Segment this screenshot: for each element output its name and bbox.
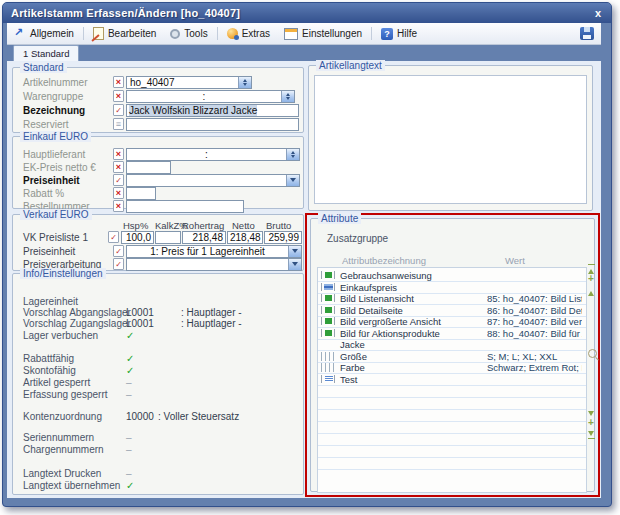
rabatt-input[interactable]	[126, 187, 156, 200]
attribute-row[interactable]: Test	[318, 374, 586, 386]
move-to-bottom-icon[interactable]	[587, 430, 596, 439]
vk-preiseinheit-label: Preiseinheit	[23, 246, 75, 257]
attribute-row[interactable]: Gebrauchsanweisung	[318, 270, 586, 282]
menu-hilfe[interactable]: Hilfe	[374, 23, 424, 44]
attribute-name: Bild Listenansicht	[340, 293, 414, 304]
abgangslager-label: Vorschlag Abgangslager	[23, 307, 131, 318]
bestellnummer-input[interactable]	[126, 200, 244, 213]
attribute-row[interactable]: Bild vergrößerte Ansicht 87: ho_40407: B…	[318, 316, 586, 328]
lagereinheit-label: Lagereinheit	[23, 296, 78, 307]
attachment-icon	[321, 271, 335, 279]
attribute-row[interactable]: Bild Listenansicht 85: ho_40407: Bild Li…	[318, 293, 586, 305]
artikelnummer-combo[interactable]: ho_40407	[126, 76, 252, 89]
erfassung-gesperrt-label: Erfassung gesperrt	[23, 389, 108, 400]
attribute-row[interactable]: Jacke	[318, 339, 586, 351]
save-icon[interactable]	[580, 27, 594, 40]
dropdown-arrow-icon[interactable]	[288, 246, 301, 257]
empty-attribute-row[interactable]	[318, 386, 586, 398]
empty-attribute-row[interactable]	[318, 410, 586, 422]
attribute-highlight-border: Attribute Zusatzgruppe Attributbezeichnu…	[305, 213, 600, 497]
netto-input[interactable]: 218,48	[227, 231, 263, 244]
ek-preiseinheit-value	[127, 175, 286, 186]
vk-preiseinheit-combo[interactable]: 1: Preis für 1 Lagereinheit	[126, 245, 302, 258]
attribute-row[interactable]: Farbe Schwarz; Extrem Rot; Extre	[318, 362, 586, 374]
hauptlieferant-value: :	[127, 149, 286, 160]
attribute-wert: S; M; L; XL; XXL	[487, 351, 582, 362]
app-window: Artikelstamm Erfassen/Ändern [ho_40407] …	[2, 2, 612, 507]
attribute-name: Jacke	[340, 339, 365, 350]
hsp-input[interactable]: 100,0	[121, 231, 154, 244]
attribute-wert: 86: ho_40407: Bild Detailseit	[487, 305, 582, 316]
dropdown-arrow-icon[interactable]	[288, 259, 301, 270]
client-area: Allgemein Bearbeiten Tools Extras Einste…	[7, 23, 601, 498]
group-einkauf: Einkauf EURO Hauptlieferant : EK-Preis n…	[12, 136, 304, 209]
empty-attribute-row[interactable]	[318, 422, 586, 434]
ek-preiseinheit-combo[interactable]	[126, 174, 300, 187]
attribute-name: Bild Detailseite	[340, 305, 403, 316]
warengruppe-combo[interactable]: :	[126, 90, 295, 103]
spin-button-icon[interactable]	[286, 149, 299, 160]
attribute-wert: Schwarz; Extrem Rot; Extre	[487, 362, 582, 373]
ek-preis-label: EK-Preis netto €	[23, 162, 96, 173]
langtext-textarea[interactable]	[314, 75, 587, 204]
mandatory-doc-icon	[113, 148, 124, 160]
group-standard-title: Standard	[20, 62, 67, 73]
menu-allgemein[interactable]: Allgemein	[7, 23, 81, 44]
zugangslager-code: L0001	[126, 318, 154, 329]
allgemein-arrow-icon	[14, 28, 26, 40]
spin-button-icon[interactable]	[281, 91, 294, 102]
image-icon	[321, 317, 335, 325]
add-row-icon[interactable]	[587, 276, 596, 285]
spin-button-icon[interactable]	[238, 77, 251, 88]
reserviert-input[interactable]	[126, 118, 299, 131]
menu-extras[interactable]: Extras	[220, 23, 277, 44]
tab-standard[interactable]: 1 Standard	[13, 45, 79, 61]
menu-hilfe-label: Hilfe	[397, 28, 417, 39]
edit-icon	[93, 27, 104, 40]
move-to-top-icon[interactable]	[587, 264, 596, 273]
col-rohertrag: Rohertrag	[182, 220, 224, 231]
attribute-wert: 87: ho_40407: Bild vergröße	[487, 316, 582, 327]
move-up-icon[interactable]	[587, 287, 596, 296]
menu-einstellungen-label: Einstellungen	[302, 28, 362, 39]
bezeichnung-input[interactable]: Jack Wolfskin Blizzard Jacke	[126, 104, 299, 117]
col-netto: Netto	[232, 220, 255, 231]
checked-doc-icon	[113, 258, 124, 270]
attribute-name: Bild vergrößerte Ansicht	[340, 316, 441, 327]
empty-attribute-row[interactable]	[318, 458, 586, 470]
group-standard: Standard Artikelnummer ho_40407 Warengru…	[12, 67, 304, 133]
empty-attribute-row[interactable]	[318, 434, 586, 446]
dash-icon	[126, 444, 132, 455]
mandatory-doc-icon	[113, 90, 124, 102]
empty-attribute-row[interactable]	[318, 398, 586, 410]
add-row-icon[interactable]	[587, 420, 596, 429]
col-hsp: Hsp%	[123, 220, 148, 231]
group-langtext-title: Artikellangtext	[316, 60, 385, 71]
settings-icon	[284, 28, 298, 40]
empty-attribute-row[interactable]	[318, 446, 586, 458]
kalkz-input[interactable]	[155, 231, 181, 244]
dropdown-arrow-icon[interactable]	[286, 175, 299, 186]
menu-einstellungen[interactable]: Einstellungen	[277, 23, 369, 44]
checked-doc-icon	[113, 174, 124, 186]
preisverarbeitung-value	[127, 259, 288, 270]
menu-bar: Allgemein Bearbeiten Tools Extras Einste…	[7, 23, 601, 45]
zugangslager-name: : Hauptlager -	[181, 318, 242, 329]
extras-icon	[227, 28, 238, 39]
preisverarbeitung-combo[interactable]	[126, 258, 302, 271]
magnifier-icon[interactable]	[588, 349, 597, 358]
mandatory-doc-icon	[113, 187, 124, 199]
seriennummern-label: Seriennummern	[23, 432, 94, 443]
artikelnummer-value: ho_40407	[127, 77, 238, 88]
rohertrag-input[interactable]: 218,48	[182, 231, 226, 244]
brutto-input[interactable]: 259,99	[264, 231, 302, 244]
menu-tools[interactable]: Tools	[163, 23, 214, 44]
dash-icon	[126, 389, 132, 400]
menu-bearbeiten[interactable]: Bearbeiten	[86, 23, 163, 44]
close-button[interactable]: x	[585, 7, 611, 19]
langtext-uebernehmen-label: Langtext übernehmen	[23, 480, 120, 491]
ek-preiseinheit-label: Preiseinheit	[23, 175, 80, 186]
title-bar[interactable]: Artikelstamm Erfassen/Ändern [ho_40407] …	[3, 3, 611, 23]
ek-preis-input[interactable]	[126, 161, 171, 174]
hauptlieferant-combo[interactable]: :	[126, 148, 300, 161]
